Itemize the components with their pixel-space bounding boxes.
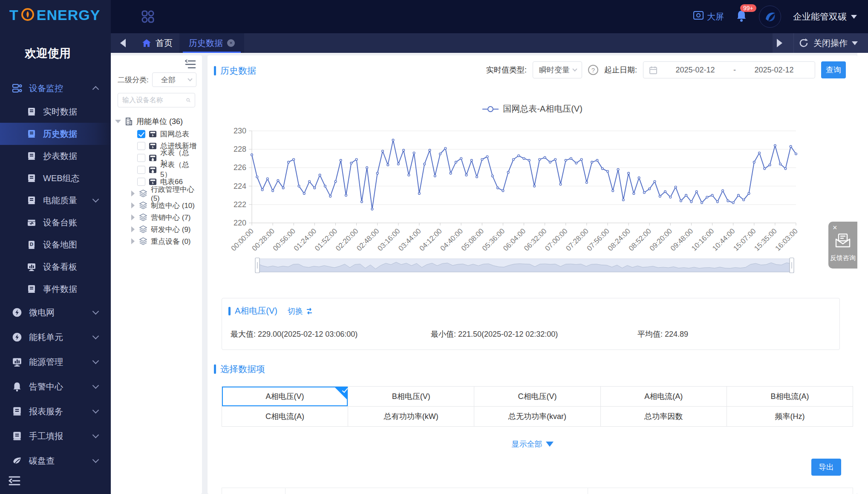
data-item-总无功功率(kvar)[interactable]: 总无功功率(kvar) bbox=[474, 407, 600, 427]
tabs-back-arrow[interactable] bbox=[120, 39, 126, 47]
sidebar-item-抄表数据[interactable]: 抄表数据 bbox=[0, 145, 111, 167]
device-checkbox[interactable] bbox=[137, 166, 145, 174]
sidebar-item-电能质量[interactable]: 电能质量 bbox=[0, 189, 111, 211]
x-tick-label: 07:28:00 bbox=[564, 227, 590, 252]
data-point bbox=[371, 208, 373, 210]
sidebar-item-实时数据[interactable]: 实时数据 bbox=[0, 101, 111, 123]
device-checkbox[interactable] bbox=[137, 142, 145, 150]
device-checkbox[interactable] bbox=[137, 130, 145, 138]
tab-history-data[interactable]: 历史数据 × bbox=[179, 33, 244, 53]
sidebar-item-报表服务[interactable]: 报表服务 bbox=[0, 399, 111, 424]
data-point bbox=[507, 171, 509, 173]
date-end-value[interactable]: 2025-02-12 bbox=[739, 66, 809, 75]
data-item-总功率因数[interactable]: 总功率因数 bbox=[601, 407, 727, 427]
tab-home[interactable]: 首页 bbox=[135, 33, 179, 53]
sidebar-item-历史数据[interactable]: 历史数据 bbox=[0, 123, 111, 145]
tree-group-营销中心 (7)[interactable]: 营销中心 (7) bbox=[115, 211, 200, 223]
avatar[interactable] bbox=[759, 6, 781, 28]
sidebar-item-碳盘查[interactable]: 碳盘查 bbox=[0, 448, 111, 473]
workspace-switcher[interactable]: 企业能管双碳 bbox=[793, 11, 857, 23]
data-item-A相电压(V)[interactable]: A相电压(V) bbox=[222, 387, 348, 407]
feedback-widget[interactable]: × 反馈咨询 bbox=[828, 222, 857, 269]
data-item-频率(Hz)[interactable]: 频率(Hz) bbox=[727, 407, 853, 427]
book-icon bbox=[27, 107, 36, 116]
sidebar-item-事件数据[interactable]: 事件数据 bbox=[0, 278, 111, 300]
device-search-input[interactable] bbox=[122, 96, 186, 104]
chart-legend[interactable]: 国网总表-A相电压(V) bbox=[208, 103, 857, 115]
tree-device-水表（总5）[interactable]: 水表（总5） bbox=[115, 164, 200, 176]
sidebar-item-label: 设备地图 bbox=[43, 239, 77, 251]
layers-icon bbox=[139, 189, 147, 198]
tree-group-研发中心 (9)[interactable]: 研发中心 (9) bbox=[115, 223, 200, 235]
sidebar-item-WEB组态[interactable]: WEB组态 bbox=[0, 167, 111, 189]
sidebar-item-设备监控[interactable]: 设备监控 bbox=[0, 76, 111, 101]
notifications-button[interactable]: 99+ bbox=[736, 9, 747, 24]
line-chart[interactable]: 22022222422622823000:00:0000:28:0000:56:… bbox=[208, 124, 857, 294]
tabs-forward-arrow[interactable] bbox=[777, 39, 782, 47]
export-button[interactable]: 导出 bbox=[811, 459, 841, 476]
data-point bbox=[533, 185, 536, 187]
leaf-icon bbox=[12, 456, 22, 466]
sidebar-item-能耗单元[interactable]: 能耗单元 bbox=[0, 325, 111, 350]
chevron-down-icon bbox=[92, 407, 99, 414]
device-search bbox=[118, 93, 195, 107]
apps-grid-icon[interactable] bbox=[141, 10, 154, 23]
notification-badge: 99+ bbox=[740, 4, 756, 12]
tree-device-国网总表[interactable]: 国网总表 bbox=[115, 128, 200, 140]
refresh-icon[interactable] bbox=[799, 38, 808, 48]
caret-collapsed-icon[interactable] bbox=[131, 238, 135, 244]
tree-group-制造中心 (10)[interactable]: 制造中心 (10) bbox=[115, 199, 200, 211]
tree-group-行政管理中心 (5)[interactable]: 行政管理中心 (5) bbox=[115, 188, 200, 199]
data-item-B相电压(V)[interactable]: B相电压(V) bbox=[348, 387, 474, 407]
device-checkbox[interactable] bbox=[137, 178, 145, 186]
help-icon[interactable]: ? bbox=[588, 65, 598, 75]
data-item-总有功功率(kW)[interactable]: 总有功功率(kW) bbox=[348, 407, 474, 427]
switch-link[interactable]: 切换 bbox=[288, 306, 313, 316]
data-item-C相电压(V)[interactable]: C相电压(V) bbox=[474, 387, 600, 407]
sidebar-item-设备看板[interactable]: 设备看板 bbox=[0, 256, 111, 278]
data-item-B相电流(A)[interactable]: B相电流(A) bbox=[727, 387, 853, 407]
sidebar-item-微电网[interactable]: 微电网 bbox=[0, 300, 111, 325]
date-range-picker[interactable]: 2025-02-12 - 2025-02-12 bbox=[643, 61, 815, 78]
sidebar-item-告警中心[interactable]: 告警中心 bbox=[0, 374, 111, 399]
caret-collapsed-icon[interactable] bbox=[131, 191, 135, 196]
caret-expanded-icon[interactable] bbox=[115, 120, 121, 123]
scrollbar-track[interactable] bbox=[857, 53, 868, 494]
data-point bbox=[585, 182, 588, 184]
swap-icon bbox=[306, 308, 313, 315]
date-range-label: 起止日期: bbox=[604, 65, 637, 75]
sidebar-collapse-button[interactable] bbox=[9, 475, 21, 486]
tree-group-重点设备 (0)[interactable]: 重点设备 (0) bbox=[115, 235, 200, 247]
data-item-A相电流(A)[interactable]: A相电流(A) bbox=[601, 387, 727, 407]
tab-close-icon[interactable]: × bbox=[227, 39, 235, 47]
data-item-label: 总有功功率(kW) bbox=[384, 411, 438, 422]
tree-group-list: 行政管理中心 (5)制造中心 (10)营销中心 (7)研发中心 (9)重点设备 … bbox=[115, 188, 200, 247]
sidebar-item-手工填报[interactable]: 手工填报 bbox=[0, 424, 111, 448]
data-point bbox=[774, 144, 776, 147]
realtime-type-select[interactable]: 瞬时变量 bbox=[533, 61, 582, 78]
big-screen-button[interactable]: 大屏 bbox=[693, 11, 724, 23]
data-point bbox=[795, 153, 797, 155]
caret-collapsed-icon[interactable] bbox=[131, 226, 135, 232]
data-item-C相电流(A)[interactable]: C相电流(A) bbox=[222, 407, 348, 427]
sidebar-item-设备地图[interactable]: D设备地图 bbox=[0, 234, 111, 256]
close-operations-menu[interactable]: 关闭操作 bbox=[813, 38, 858, 49]
feedback-close-icon[interactable]: × bbox=[833, 223, 837, 232]
tree-collapse-icon[interactable] bbox=[185, 60, 196, 69]
svg-text:D: D bbox=[30, 242, 33, 247]
datazoom-selected-range[interactable] bbox=[257, 259, 792, 272]
data-point bbox=[706, 196, 708, 198]
show-all-link[interactable]: 显示全部 bbox=[208, 439, 857, 449]
data-point bbox=[298, 185, 300, 187]
tab-home-label: 首页 bbox=[156, 38, 173, 49]
sidebar-item-设备台账[interactable]: 设备台账 bbox=[0, 211, 111, 234]
caret-collapsed-icon[interactable] bbox=[131, 214, 135, 220]
device-checkbox[interactable] bbox=[137, 154, 145, 162]
date-separator: - bbox=[733, 66, 736, 75]
category-select[interactable]: 全部 bbox=[152, 72, 196, 87]
query-button[interactable]: 查询 bbox=[821, 61, 846, 78]
tree-root-node[interactable]: 用能单位 (36) bbox=[115, 115, 200, 128]
sidebar-item-能源管理[interactable]: 能源管理 bbox=[0, 350, 111, 374]
caret-collapsed-icon[interactable] bbox=[131, 202, 135, 208]
date-start-value[interactable]: 2025-02-12 bbox=[660, 66, 730, 75]
